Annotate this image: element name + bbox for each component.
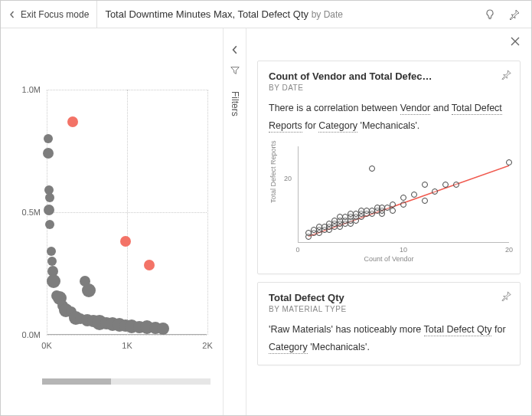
data-point[interactable]	[47, 257, 57, 266]
insight-subtitle: BY DATE	[269, 84, 509, 92]
pin-icon[interactable]	[505, 5, 524, 24]
data-point[interactable]	[506, 159, 512, 165]
insight-text: 'Raw Materials' has noticeably more Tota…	[269, 321, 509, 355]
mini-ylabel: Total Defect Reports	[269, 140, 277, 203]
insight-card-1[interactable]: Count of Vendor and Total Defec… BY DATE…	[257, 61, 521, 274]
pin-icon	[501, 69, 512, 80]
data-point[interactable]	[67, 116, 78, 127]
top-bar: Exit Focus mode Total Downtime Minutes M…	[1, 1, 531, 28]
data-point[interactable]	[157, 323, 169, 335]
data-point[interactable]	[144, 260, 155, 270]
data-point[interactable]	[453, 182, 459, 188]
data-point[interactable]	[47, 247, 56, 256]
main-visual-pane: 0K1K2K0.0M0.5M1.0M Filters	[1, 28, 246, 415]
data-point[interactable]	[422, 198, 428, 204]
mini-xlabel: Count of Vendor	[364, 255, 413, 263]
filters-label: Filters	[230, 91, 240, 116]
insight-card-2[interactable]: Total Defect Qty BY MATERIAL TYPE 'Raw M…	[257, 282, 521, 365]
title-main: Total Downtime Minutes Max, Total Defect…	[105, 8, 308, 20]
title-by: by Date	[312, 9, 343, 20]
exit-focus-label: Exit Focus mode	[21, 9, 89, 20]
exit-focus-button[interactable]: Exit Focus mode	[1, 1, 97, 28]
content: 0K1K2K0.0M0.5M1.0M Filters Count of V	[1, 28, 531, 415]
insight-mini-chart: Total Defect Reports 2001020 Count of Ve…	[269, 142, 509, 264]
scatter-chart[interactable]: 0K1K2K0.0M0.5M1.0M	[1, 28, 223, 415]
data-point[interactable]	[45, 220, 54, 229]
pin-icon	[501, 290, 512, 302]
close-insights-button[interactable]	[510, 36, 521, 49]
data-point[interactable]	[47, 274, 60, 288]
expand-filters-button[interactable]	[230, 44, 240, 57]
close-icon	[510, 36, 521, 47]
data-point[interactable]	[432, 188, 438, 195]
insight-title: Total Defect Qty	[269, 292, 509, 303]
data-point[interactable]	[442, 182, 449, 188]
chevron-left-icon	[8, 11, 16, 18]
data-point[interactable]	[400, 195, 406, 201]
data-point[interactable]	[390, 201, 396, 208]
data-point[interactable]	[44, 134, 53, 143]
insight-subtitle: BY MATERIAL TYPE	[269, 305, 509, 313]
data-point[interactable]	[43, 148, 54, 159]
pin-insight-button[interactable]	[501, 69, 512, 84]
data-point[interactable]	[400, 201, 406, 208]
insights-pane: Count of Vendor and Total Defec… BY DATE…	[246, 28, 531, 415]
page-title: Total Downtime Minutes Max, Total Defect…	[97, 8, 481, 20]
data-point[interactable]	[120, 236, 131, 247]
horizontal-scrollbar[interactable]	[42, 378, 211, 385]
insight-text: There is a correlation between Vendor an…	[269, 100, 509, 134]
data-point[interactable]	[390, 208, 396, 214]
data-point[interactable]	[411, 192, 417, 198]
lightbulb-icon[interactable]	[481, 5, 499, 24]
data-point[interactable]	[45, 193, 54, 202]
pin-insight-button[interactable]	[501, 290, 512, 305]
scatter-plot-area: 0K1K2K0.0M0.5M1.0M	[47, 90, 207, 358]
data-point[interactable]	[44, 205, 54, 215]
data-point[interactable]	[422, 182, 428, 188]
data-point[interactable]	[369, 165, 375, 172]
filter-icon	[230, 65, 240, 79]
data-point[interactable]	[82, 283, 96, 297]
chevron-left-icon	[230, 45, 240, 54]
insight-title: Count of Vendor and Total Defec…	[269, 70, 509, 82]
filters-pane-collapsed: Filters	[223, 28, 246, 415]
top-actions	[481, 5, 531, 24]
